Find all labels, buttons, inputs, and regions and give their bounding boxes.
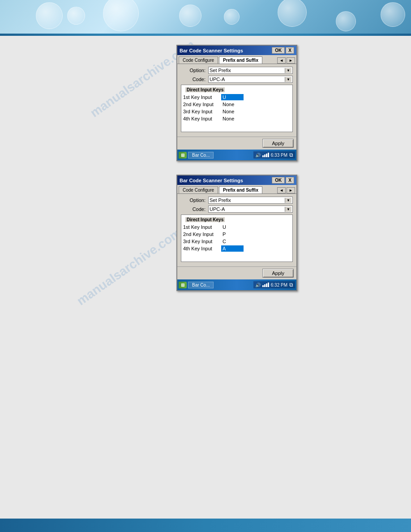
option-arrow-2: ▼ [285, 198, 291, 203]
key-label-1-0: 1st Key Input [183, 94, 221, 100]
code-arrow-1: ▼ [285, 77, 291, 82]
code-row-2: Code: UPC-A ▼ [181, 206, 293, 213]
dialog-2-titlebar: Bar Code Scanner Settings OK X [177, 176, 296, 185]
dialog-1-titlebar-buttons: OK X [272, 47, 294, 54]
direct-input-keys-group-1: Direct Input Keys 1st Key Input U 2nd Ke… [181, 85, 293, 132]
dialog-1-titlebar: Bar Code Scanner Settings OK X [177, 46, 296, 55]
option-value-2: Set Prefix [210, 197, 231, 203]
main-content: manualsarchive.com manualsarchive.com Ba… [0, 36, 411, 519]
key-row-1-0: 1st Key Input U [183, 94, 291, 100]
signal-bar-1-3 [266, 154, 267, 157]
signal-bar-1-1 [262, 155, 264, 157]
option-select-1[interactable]: Set Prefix ▼ [208, 67, 293, 74]
taskbar-time-2: 6:32 PM [271, 283, 287, 287]
taskbar-time-1: 6:33 PM [271, 153, 287, 158]
dialog-2: Bar Code Scanner Settings OK X Code Conf… [176, 175, 297, 291]
key-row-1-1: 2nd Key Input None [183, 101, 291, 107]
dialog-1-ok-button[interactable]: OK [272, 47, 285, 54]
signal-bar-2-1 [262, 285, 264, 287]
key-value-2-1: P [221, 231, 244, 237]
key-row-1-2: 3rd Key Input None [183, 108, 291, 115]
copy-icon-1: ⧉ [289, 152, 293, 158]
code-arrow-2: ▼ [285, 207, 291, 212]
taskbar-bar-co-1[interactable]: Bar Co... [188, 152, 214, 159]
tab-nav-prev-1[interactable]: ◄ [277, 57, 286, 64]
key-label-2-2: 3rd Key Input [183, 239, 221, 244]
apply-button-1[interactable]: Apply [262, 139, 294, 148]
group-content-1: 1st Key Input U 2nd Key Input None 3rd K… [183, 94, 291, 130]
signal-bar-2-2 [264, 284, 265, 287]
key-value-2-0: U [221, 224, 244, 230]
option-label-1: Option: [181, 68, 206, 73]
dialog-2-ok-button[interactable]: OK [272, 177, 285, 184]
code-label-1: Code: [181, 77, 206, 82]
dialog-1-body: Option: Set Prefix ▼ Code: UPC-A ▼ Direc… [177, 64, 296, 137]
signal-bar-2-4 [268, 283, 269, 287]
apply-button-2[interactable]: Apply [262, 269, 294, 278]
taskbar-2: ⊞ Bar Co... 🔊 6:32 PM ⧉ [177, 279, 296, 290]
key-row-2-3: 4th Key Input A [183, 245, 291, 252]
tab-prefix-suffix-1[interactable]: Prefix and Suffix [219, 56, 262, 64]
start-icon-2: ⊞ [181, 283, 184, 287]
dialog-2-title-text: Bar Code Scanner Settings [180, 178, 243, 183]
start-icon-1: ⊞ [181, 153, 184, 158]
tab-prefix-suffix-2[interactable]: Prefix and Suffix [219, 186, 262, 193]
dialog-1: Bar Code Scanner Settings OK X Code Conf… [176, 45, 297, 161]
copy-icon-2: ⧉ [289, 282, 293, 288]
key-value-2-2: C [221, 238, 244, 245]
key-value-1-0: U [221, 94, 244, 100]
signal-bar-1-2 [264, 154, 265, 157]
option-arrow-1: ▼ [285, 68, 291, 73]
key-value-2-3: A [221, 245, 244, 252]
dialog-2-title: Bar Code Scanner Settings [180, 178, 243, 183]
tab-nav-next-1[interactable]: ► [287, 57, 295, 64]
key-label-1-2: 3rd Key Input [183, 109, 221, 114]
start-button-1[interactable]: ⊞ [179, 152, 187, 159]
signal-bars-1 [262, 153, 269, 157]
key-label-1-1: 2nd Key Input [183, 102, 221, 107]
dialog-2-footer: Apply [177, 266, 296, 279]
tab-code-configure-2[interactable]: Code Configure [179, 186, 218, 193]
taskbar-right-1: 🔊 6:33 PM ⧉ [253, 151, 295, 159]
dialog-2-body: Option: Set Prefix ▼ Code: UPC-A ▼ Direc… [177, 194, 296, 266]
code-select-2[interactable]: UPC-A ▼ [208, 206, 293, 213]
key-row-2-2: 3rd Key Input C [183, 238, 291, 245]
tab-nav-next-2[interactable]: ► [287, 187, 295, 193]
taskbar-bar-co-2[interactable]: Bar Co... [188, 282, 214, 288]
dialog-1-title-text: Bar Code Scanner Settings [180, 48, 243, 53]
key-value-1-2: None [221, 108, 244, 115]
dialog-2-close-button[interactable]: X [286, 177, 294, 184]
dialog-1-footer: Apply [177, 137, 296, 150]
key-label-2-1: 2nd Key Input [183, 232, 221, 237]
start-button-2[interactable]: ⊞ [179, 282, 187, 288]
taskbar-1: ⊞ Bar Co... 🔊 6:33 PM ⧉ [177, 150, 296, 160]
code-value-2: UPC-A [210, 206, 225, 212]
signal-bars-2 [262, 283, 269, 287]
dialog-1-tab-nav: ◄ ► [277, 57, 295, 64]
tab-nav-prev-2[interactable]: ◄ [277, 187, 286, 193]
key-label-1-3: 4th Key Input [183, 116, 221, 121]
group-title-1: Direct Input Keys [185, 87, 225, 92]
code-select-1[interactable]: UPC-A ▼ [208, 76, 293, 83]
watermark-2: manualsarchive.com [74, 225, 184, 308]
group-content-2: 1st Key Input U 2nd Key Input P 3rd Key … [183, 224, 291, 260]
option-select-2[interactable]: Set Prefix ▼ [208, 197, 293, 204]
page-header [0, 0, 411, 36]
code-label-2: Code: [181, 206, 206, 212]
option-row-2: Option: Set Prefix ▼ [181, 197, 293, 204]
option-row-1: Option: Set Prefix ▼ [181, 67, 293, 74]
key-label-2-0: 1st Key Input [183, 224, 221, 230]
tab-code-configure-1[interactable]: Code Configure [179, 56, 218, 64]
taskbar-icons-2: 🔊 [255, 283, 261, 287]
group-title-2: Direct Input Keys [185, 217, 225, 222]
signal-bar-2-3 [266, 283, 267, 287]
key-row-2-1: 2nd Key Input P [183, 231, 291, 237]
option-label-2: Option: [181, 197, 206, 203]
option-value-1: Set Prefix [210, 68, 231, 73]
signal-bar-1-4 [268, 153, 269, 157]
direct-input-keys-group-2: Direct Input Keys 1st Key Input U 2nd Ke… [181, 215, 293, 262]
dialog-1-title: Bar Code Scanner Settings [180, 48, 243, 53]
key-row-2-0: 1st Key Input U [183, 224, 291, 230]
dialog-1-close-button[interactable]: X [286, 47, 294, 54]
key-value-1-3: None [221, 116, 244, 122]
